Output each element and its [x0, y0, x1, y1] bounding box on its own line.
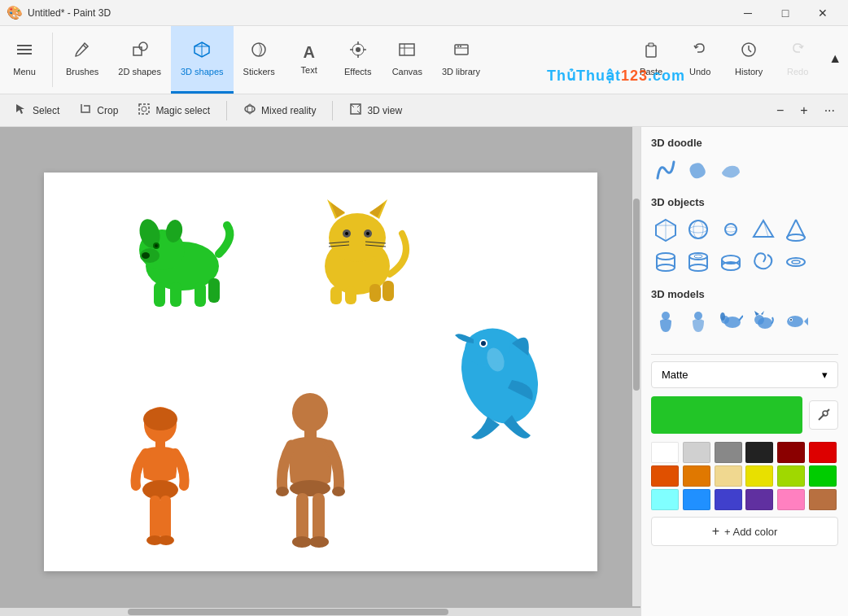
menu-button[interactable]: Menu [0, 26, 49, 94]
mixed-reality-button[interactable]: Mixed reality [235, 99, 324, 122]
hollow-cylinder-icon[interactable] [684, 247, 713, 277]
canvas-vertical-scrollbar[interactable] [632, 127, 640, 606]
color-red[interactable] [809, 442, 837, 463]
color-yellow[interactable] [745, 465, 773, 487]
collapse-button[interactable]: ▲ [822, 26, 848, 94]
color-pink[interactable] [777, 489, 805, 510]
select-button[interactable]: Select [7, 99, 68, 122]
svg-point-21 [457, 46, 459, 47]
3dview-button[interactable]: 3D view [341, 99, 410, 122]
magic-select-button[interactable]: Magic select [129, 99, 218, 122]
svg-point-118 [720, 312, 725, 321]
cone-icon[interactable] [781, 215, 811, 244]
doodle-curved-icon[interactable] [651, 155, 680, 185]
yellow-cat[interactable] [296, 185, 418, 314]
material-dropdown[interactable]: Matte ▾ [651, 361, 838, 388]
doodle-blob-icon[interactable] [684, 155, 713, 185]
color-lightgray[interactable] [683, 442, 710, 463]
3dshapes-button[interactable]: 3D shapes [171, 26, 234, 94]
selected-color-swatch[interactable] [651, 396, 802, 434]
spiral-icon[interactable] [749, 247, 778, 277]
sub-sep-2 [332, 101, 333, 120]
capsule-icon[interactable] [716, 215, 745, 244]
effects-button[interactable]: Effects [334, 26, 382, 94]
color-yellowgreen[interactable] [777, 465, 805, 487]
2dshapes-button[interactable]: 2D shapes [108, 26, 171, 94]
cat-model-icon[interactable] [749, 307, 778, 336]
undo-label: Undo [689, 67, 710, 76]
zoom-controls: − + ··· [770, 100, 841, 121]
flat-cylinder-icon[interactable] [716, 247, 745, 277]
3dlibrary-button[interactable]: 3D library [432, 26, 490, 94]
color-lightyellow[interactable] [715, 465, 742, 487]
svg-point-80 [332, 487, 345, 496]
canvas-button[interactable]: Canvas [382, 26, 432, 94]
maximize-button[interactable]: □ [767, 0, 804, 26]
svg-point-112 [787, 258, 805, 266]
zoom-minus-button[interactable]: − [770, 100, 790, 121]
color-green[interactable] [809, 465, 837, 487]
redo-button[interactable]: Redo [773, 26, 822, 94]
cylinder-icon[interactable] [651, 247, 680, 277]
canvas-vscroll-thumb[interactable] [633, 199, 640, 391]
close-button[interactable]: ✕ [804, 0, 841, 26]
green-dog[interactable] [117, 189, 247, 322]
effects-label: Effects [344, 67, 371, 76]
svg-point-103 [689, 253, 707, 260]
canvas-area[interactable] [0, 127, 640, 616]
crop-button[interactable]: Crop [71, 99, 126, 122]
svg-point-113 [792, 260, 800, 264]
titlebar-controls[interactable]: ─ □ ✕ [729, 0, 841, 26]
svg-point-77 [292, 393, 328, 432]
sphere-icon[interactable] [684, 215, 713, 244]
blue-dolphin[interactable] [443, 319, 569, 457]
color-cyan[interactable] [651, 489, 679, 510]
brushes-button[interactable]: Brushes [56, 26, 108, 94]
minimize-button[interactable]: ─ [729, 0, 767, 26]
canvas-hscroll-thumb[interactable] [128, 609, 448, 615]
orange-woman[interactable] [129, 404, 190, 558]
2dshapes-label: 2D shapes [118, 67, 161, 76]
material-chevron: ▾ [822, 369, 828, 381]
3dlibrary-icon [452, 41, 470, 63]
person2-model-icon[interactable] [684, 307, 713, 336]
history-button[interactable]: History [724, 26, 773, 94]
color-orange[interactable] [683, 465, 710, 487]
color-gray[interactable] [715, 442, 742, 463]
zoom-plus-button[interactable]: + [793, 100, 814, 121]
color-darkblue[interactable] [715, 489, 742, 510]
add-color-label: + Add color [724, 526, 777, 538]
pyramid-icon[interactable] [749, 215, 778, 244]
color-darkorange[interactable] [651, 465, 679, 487]
add-color-button[interactable]: + + Add color [651, 517, 838, 546]
svg-point-98 [787, 234, 805, 241]
color-blue[interactable] [683, 489, 710, 510]
sub-sep-1 [226, 101, 227, 120]
3dshapes-icon [193, 41, 211, 63]
collapse-icon: ▲ [828, 51, 841, 66]
dog-model-icon[interactable] [716, 307, 745, 336]
svg-rect-23 [646, 46, 656, 57]
color-purple[interactable] [745, 489, 773, 510]
doodle-flat-icon[interactable] [716, 155, 745, 185]
eyedropper-button[interactable] [809, 400, 838, 430]
redo-label: Redo [787, 67, 808, 76]
zoom-more-button[interactable]: ··· [818, 100, 841, 121]
svg-rect-53 [345, 286, 356, 304]
person1-model-icon[interactable] [651, 307, 680, 336]
undo-button[interactable]: Undo [675, 26, 724, 94]
cube-icon[interactable] [651, 215, 680, 244]
fish-model-icon[interactable] [781, 307, 811, 336]
color-white[interactable] [651, 442, 679, 463]
stickers-label: Stickers [243, 67, 275, 76]
color-black[interactable] [745, 442, 773, 463]
canvas-horizontal-scrollbar[interactable] [0, 608, 640, 616]
text-button[interactable]: A Text [285, 26, 334, 94]
brown-man[interactable] [276, 392, 345, 558]
stickers-button[interactable]: Stickers [234, 26, 285, 94]
color-brown[interactable] [809, 489, 837, 510]
paste-button[interactable]: Paste [627, 26, 675, 94]
svg-line-130 [827, 409, 829, 412]
torus-icon[interactable] [781, 247, 811, 277]
color-darkred[interactable] [777, 442, 805, 463]
